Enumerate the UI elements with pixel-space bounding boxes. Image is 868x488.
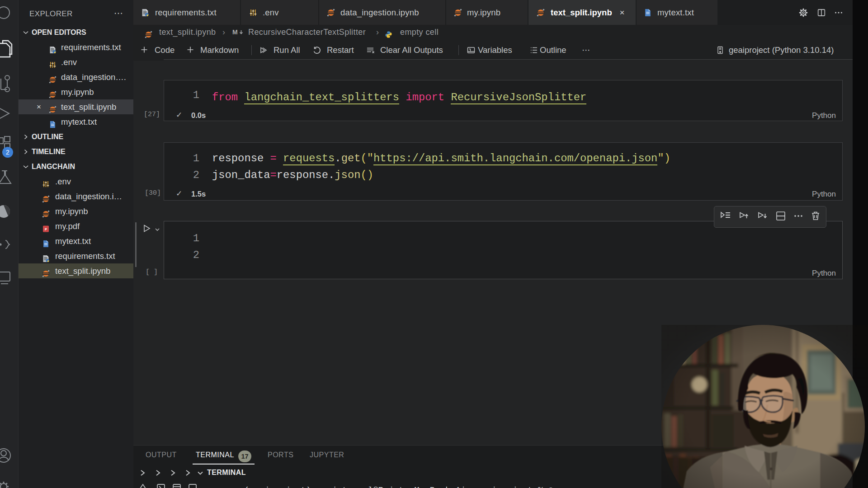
svg-text:2: 2 <box>6 149 9 156</box>
